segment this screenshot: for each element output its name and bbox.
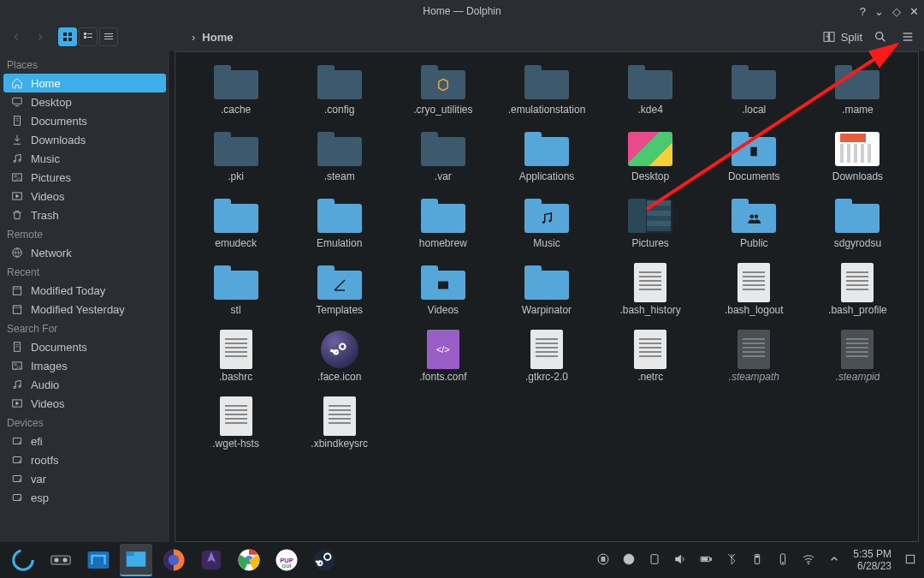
file-item[interactable]: Pictures [602, 198, 699, 249]
sidebar-item-trash[interactable]: Trash [3, 206, 166, 224]
sidebar-item-modified-yesterday[interactable]: Modified Yesterday [3, 300, 166, 319]
details-view-button[interactable] [99, 27, 118, 46]
file-item[interactable]: .bashrc [187, 331, 284, 383]
sidebar-item-audio[interactable]: Audio [3, 375, 166, 394]
clock[interactable]: 5:35 PM 6/28/23 [853, 548, 891, 573]
phone-icon[interactable] [776, 552, 790, 569]
file-item[interactable]: .mame [809, 64, 906, 116]
firefox-app-icon[interactable] [157, 544, 190, 576]
sidebar-item-rootfs[interactable]: rootfs [3, 450, 166, 469]
forward-button[interactable] [31, 27, 50, 46]
file-item[interactable]: .cache [187, 64, 284, 116]
svg-rect-3 [68, 38, 72, 41]
close-icon[interactable]: ✕ [909, 5, 919, 18]
battery-icon[interactable] [699, 552, 713, 569]
icons-view-button[interactable] [58, 27, 77, 46]
file-item[interactable]: Templates [291, 265, 388, 316]
file-item[interactable]: Desktop [602, 131, 699, 182]
compact-view-button[interactable] [79, 27, 98, 46]
file-item[interactable]: .fonts.conf [394, 331, 491, 383]
chevron-up-icon[interactable] [827, 552, 841, 569]
sidebar-item-documents[interactable]: Documents [3, 111, 166, 130]
heroic-app-icon[interactable] [195, 544, 228, 576]
file-item[interactable]: .bash_logout [706, 265, 803, 316]
sidebar-item-videos[interactable]: Videos [3, 394, 166, 413]
file-item[interactable]: Videos [394, 265, 491, 316]
protonup-app-icon[interactable]: PUPGUI [270, 544, 303, 576]
file-item[interactable]: .bash_profile [809, 265, 906, 316]
sidebar-item-var[interactable]: var [3, 469, 166, 488]
sidebar-item-desktop[interactable]: Desktop [3, 92, 166, 111]
clipboard-icon[interactable] [648, 552, 661, 569]
file-item[interactable]: Downloads [809, 131, 906, 182]
settings-app-icon[interactable] [44, 544, 77, 576]
maximize-icon[interactable]: ◇ [892, 5, 901, 18]
file-item[interactable]: Public [706, 198, 803, 249]
file-item[interactable]: .cryo_utilities [394, 64, 491, 116]
file-item[interactable]: .steam [291, 131, 388, 182]
steam-tray-icon[interactable] [622, 552, 636, 569]
file-label: .mame [842, 104, 874, 116]
sidebar-item-downloads[interactable]: Downloads [3, 130, 166, 149]
sidebar-item-images[interactable]: Images [3, 356, 166, 375]
sidebar-item-modified-today[interactable]: Modified Today [3, 281, 166, 300]
steam-app-icon[interactable] [308, 544, 341, 576]
file-item[interactable]: .face.icon [291, 331, 388, 383]
sidebar-item-efi[interactable]: efi [3, 432, 166, 450]
discover-app-icon[interactable] [82, 544, 115, 576]
file-item[interactable]: sdgyrodsu [809, 198, 906, 249]
file-label: sdgyrodsu [834, 237, 881, 249]
search-button[interactable] [871, 27, 890, 46]
sidebar-item-documents[interactable]: Documents [3, 337, 166, 356]
file-item[interactable]: Warpinator [498, 265, 595, 316]
file-item[interactable]: .config [291, 64, 388, 116]
file-item[interactable]: emudeck [187, 198, 284, 249]
file-item[interactable]: .bash_history [602, 265, 699, 316]
file-item[interactable]: Music [498, 198, 595, 249]
usb-icon[interactable] [750, 552, 764, 569]
help-icon[interactable]: ? [860, 5, 866, 18]
file-item[interactable]: .pki [187, 131, 284, 182]
file-item[interactable]: .steampid [809, 331, 906, 383]
file-item[interactable]: .kde4 [602, 64, 699, 116]
sidebar-item-music[interactable]: Music [3, 149, 166, 168]
file-view[interactable]: .cache.config.cryo_utilities.emulationst… [175, 51, 919, 542]
show-desktop-icon[interactable] [903, 552, 917, 569]
file-item[interactable]: Applications [498, 131, 595, 182]
file-item[interactable]: stl [187, 265, 284, 316]
file-item[interactable]: .local [706, 64, 803, 116]
app-launcher-icon[interactable] [7, 544, 39, 576]
svg-rect-5 [87, 33, 92, 34]
back-button[interactable] [7, 27, 26, 46]
sidebar-item-home[interactable]: Home [3, 74, 166, 92]
file-item[interactable]: .wget-hsts [187, 398, 284, 450]
file-item[interactable]: .steampath [706, 331, 803, 383]
media-pause-icon[interactable] [596, 552, 610, 569]
hamburger-menu-button[interactable] [898, 27, 917, 46]
sidebar-item-esp[interactable]: esp [3, 488, 166, 507]
file-item[interactable]: homebrew [394, 198, 491, 249]
breadcrumb[interactable]: › Home [192, 31, 233, 44]
file-item[interactable]: .emulationstation [498, 64, 595, 116]
file-label: Downloads [832, 170, 883, 182]
file-item[interactable]: .var [394, 131, 491, 182]
split-button[interactable]: + Split [822, 30, 862, 44]
dolphin-app-icon[interactable] [120, 544, 152, 576]
file-item[interactable]: .gtkrc-2.0 [498, 331, 595, 383]
titlebar: Home — Dolphin ? ⌄ ◇ ✕ [0, 0, 924, 22]
breadcrumb-home[interactable]: Home [202, 31, 233, 44]
wifi-icon[interactable] [802, 552, 815, 569]
file-item[interactable]: Emulation [291, 198, 388, 249]
chrome-app-icon[interactable] [233, 544, 265, 576]
file-item[interactable]: Documents [706, 131, 803, 182]
file-item[interactable]: .netrc [602, 331, 699, 383]
sidebar-item-pictures[interactable]: Pictures [3, 168, 166, 187]
sidebar-item-network[interactable]: Network [3, 243, 166, 262]
volume-icon[interactable] [673, 552, 687, 569]
sidebar-item-label: rootfs [31, 454, 59, 467]
file-item[interactable]: .xbindkeysrc [291, 398, 388, 450]
minimize-icon[interactable]: ⌄ [874, 5, 884, 18]
bluetooth-icon[interactable] [725, 552, 738, 569]
sidebar-item-videos[interactable]: Videos [3, 187, 166, 206]
svg-point-90 [808, 563, 809, 563]
